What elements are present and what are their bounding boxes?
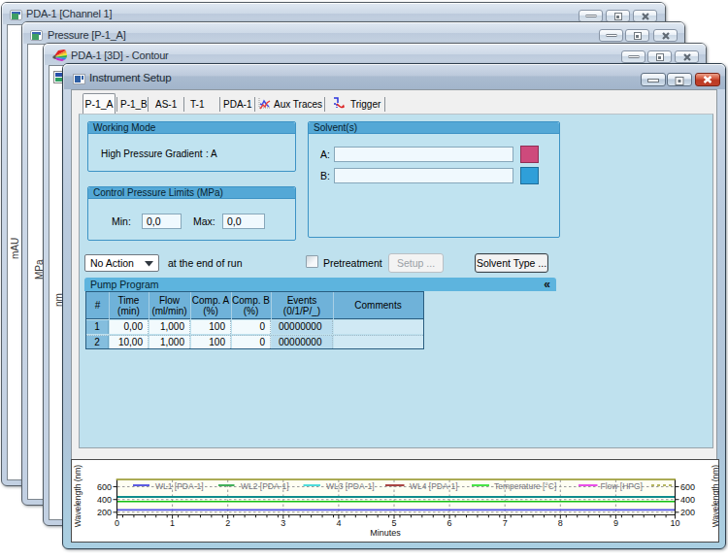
svg-text:400: 400 [680, 495, 695, 505]
svg-text:WL2 [PDA-1]: WL2 [PDA-1] [241, 481, 289, 491]
svg-text:8: 8 [558, 518, 563, 528]
svg-text:3: 3 [281, 518, 285, 528]
svg-text:4: 4 [336, 518, 341, 528]
svg-text:600: 600 [97, 482, 112, 492]
svg-text:7: 7 [503, 518, 508, 528]
svg-text:6: 6 [447, 518, 452, 528]
svg-text:200: 200 [97, 508, 112, 517]
svg-text:Flow [HPG]: Flow [HPG] [601, 481, 643, 491]
svg-text:5: 5 [391, 518, 396, 528]
svg-text:WL3 [PDA-1]: WL3 [PDA-1] [326, 481, 375, 491]
svg-text:2: 2 [225, 518, 230, 528]
svg-text:WL1 [PDA-1]: WL1 [PDA-1] [155, 481, 204, 491]
svg-text:Minutes: Minutes [370, 528, 401, 538]
svg-text:9: 9 [613, 518, 618, 528]
svg-text:400: 400 [97, 495, 112, 505]
svg-text:Wavelength (nm): Wavelength (nm) [711, 465, 720, 528]
svg-text:0: 0 [115, 518, 119, 528]
svg-text:1: 1 [170, 518, 175, 528]
svg-text:WL4 [PDA-1]: WL4 [PDA-1] [410, 481, 458, 491]
svg-text:600: 600 [680, 482, 695, 492]
svg-text:10: 10 [670, 518, 679, 528]
svg-text:Wavelength (nm): Wavelength (nm) [73, 465, 83, 528]
svg-text:Temperature [°C]: Temperature [°C] [494, 481, 556, 491]
svg-text:200: 200 [680, 508, 695, 517]
